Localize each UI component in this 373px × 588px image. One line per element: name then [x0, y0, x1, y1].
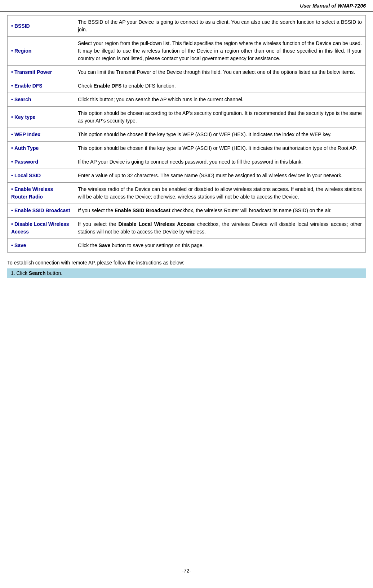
- bullet-icon: •: [11, 48, 13, 54]
- term-cell: •WEP Index: [8, 128, 74, 142]
- intro-text: To establish connection with remote AP, …: [7, 260, 366, 266]
- term-cell: •Save: [8, 239, 74, 253]
- desc-cell: If you select the Disable Local Wireless…: [74, 218, 366, 239]
- bullet-icon: •: [11, 83, 13, 89]
- desc-cell: Check Enable DFS to enable DFS function.: [74, 79, 366, 93]
- main-content: •BSSIDThe BSSID of the AP your Device is…: [0, 12, 373, 286]
- bullet-icon: •: [11, 221, 13, 227]
- term-cell: •BSSID: [8, 15, 74, 37]
- term-cell: •Password: [8, 155, 74, 169]
- step-item: 1. Click Search button.: [7, 268, 366, 278]
- page-header: User Manual of WNAP-7206: [0, 0, 373, 12]
- bullet-icon: •: [11, 186, 13, 192]
- desc-cell: This option should be chosen if the key …: [74, 128, 366, 142]
- term-cell: •Enable Wireless Router Radio: [8, 183, 74, 204]
- term-cell: •Transmit Power: [8, 66, 74, 79]
- bullet-icon: •: [11, 145, 13, 151]
- desc-cell: You can limit the Transmit Power of the …: [74, 66, 366, 79]
- reference-table: •BSSIDThe BSSID of the AP your Device is…: [7, 15, 366, 253]
- bullet-icon: •: [11, 23, 13, 29]
- page-footer: -72-: [0, 561, 373, 581]
- term-cell: •Key type: [8, 107, 74, 128]
- desc-cell: Select your region from the pull-down li…: [74, 37, 366, 66]
- bullet-icon: •: [11, 114, 13, 120]
- desc-cell: Click the Save button to save your setti…: [74, 239, 366, 253]
- desc-cell: The wireless radio of the Device can be …: [74, 183, 366, 204]
- header-title: User Manual of WNAP-7206: [300, 3, 366, 9]
- term-cell: •Enable SSID Broadcast: [8, 204, 74, 218]
- bullet-icon: •: [11, 97, 13, 102]
- page-number: -72-: [182, 568, 191, 574]
- bullet-icon: •: [11, 173, 13, 178]
- bullet-icon: •: [11, 208, 13, 213]
- desc-cell: Enter a value of up to 32 characters. Th…: [74, 169, 366, 183]
- term-cell: •Region: [8, 37, 74, 66]
- bullet-icon: •: [11, 69, 13, 75]
- term-cell: •Search: [8, 93, 74, 107]
- term-cell: •Auth Type: [8, 142, 74, 155]
- term-cell: •Disable Local Wireless Access: [8, 218, 74, 239]
- desc-cell: Click this button; you can search the AP…: [74, 93, 366, 107]
- bullet-icon: •: [11, 132, 13, 137]
- desc-cell: If you select the Enable SSID Broadcast …: [74, 204, 366, 218]
- term-cell: •Enable DFS: [8, 79, 74, 93]
- bullet-icon: •: [11, 159, 13, 165]
- term-cell: •Local SSID: [8, 169, 74, 183]
- desc-cell: If the AP your Device is going to connec…: [74, 155, 366, 169]
- desc-cell: This option should be chosen if the key …: [74, 142, 366, 155]
- step-number: 1.: [11, 270, 17, 276]
- step-bold-text: Search: [29, 270, 46, 276]
- bullet-icon: •: [11, 242, 13, 248]
- desc-cell: The BSSID of the AP your Device is going…: [74, 15, 366, 37]
- desc-cell: This option should be chosen according t…: [74, 107, 366, 128]
